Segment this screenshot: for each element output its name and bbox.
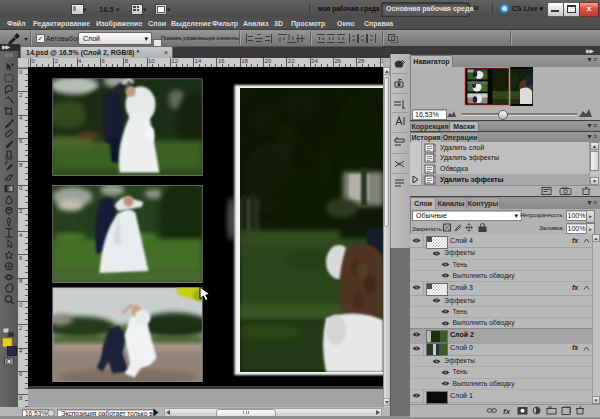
svg-text:fx: fx [503, 407, 511, 416]
